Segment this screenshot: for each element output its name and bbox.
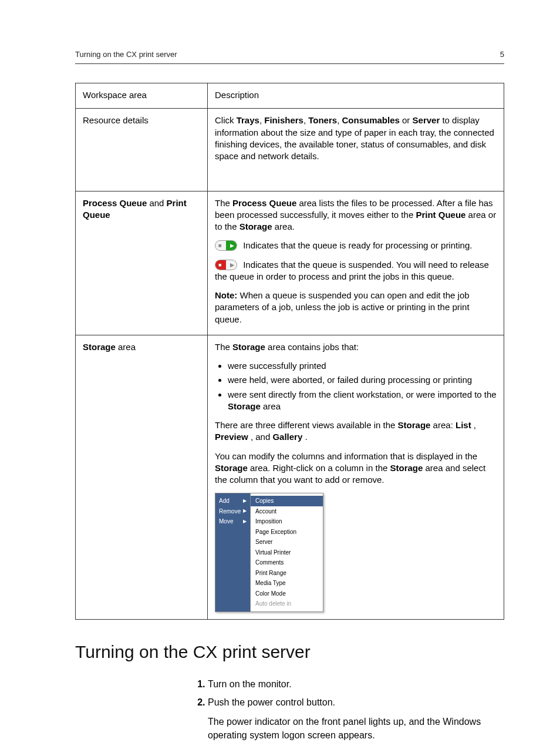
bold: Gallery [272,432,302,442]
bold: Toners [308,115,337,125]
bold: List [456,420,471,430]
text: Indicates that the queue is ready for pr… [243,240,472,250]
text: Click [215,115,237,125]
bold: Storage [398,420,431,430]
text: , [303,115,308,125]
col-header-area: Workspace area [76,83,208,109]
submenu-item-auto-delete-in[interactable]: Auto delete in [251,599,323,609]
bold: Preview [215,432,248,442]
storage-list: were successfully printed were held, wer… [215,360,497,412]
step-1: Turn on the monitor. [208,677,504,691]
table-row-queues: Process Queue and Print Queue The Proces… [76,191,504,335]
row-label: Storage area [76,335,208,619]
context-menu: Add▶ Remove▶ Move▶ Copies Account Imposi… [215,493,323,612]
row-desc: The Storage area contains jobs that: wer… [208,335,504,619]
row-desc: Click Trays, Finishers, Toners, Consumab… [208,109,504,191]
submenu-item-copies[interactable]: Copies [251,496,323,506]
list-item: were sent directly from the client works… [228,389,497,413]
bold: Note: [215,290,237,300]
list-item: were successfully printed [228,360,497,372]
step-2-result: The power indicator on the front panel l… [208,715,504,742]
text: area. [275,221,295,231]
text: area contains jobs that: [268,342,359,352]
text: , [337,115,342,125]
text: Indicates that the queue is suspended. Y… [215,260,489,281]
running-header: Turning on the CX print server 5 [75,50,504,64]
queue-suspended-icon: ■▶ [215,260,237,270]
text: area [263,401,281,411]
text: were sent directly from the client works… [228,389,497,399]
text: area: [433,420,456,430]
row-label: Process Queue and Print Queue [76,191,208,335]
chevron-right-icon: ▶ [243,508,247,515]
workspace-table: Workspace area Description Resource deta… [75,83,504,620]
list-item: were held, were aborted, or failed durin… [228,374,497,386]
col-header-desc: Description [208,83,504,109]
chevron-right-icon: ▶ [243,519,247,525]
text: Push the power control button. [208,697,335,707]
steps-list: Turn on the monitor. Push the power cont… [193,677,504,742]
submenu-item-color-mode[interactable]: Color Mode [251,589,323,599]
text: You can modify the columns and informati… [215,451,477,461]
bold: Trays [237,115,259,125]
submenu-item-page-exception[interactable]: Page Exception [251,527,323,537]
text: , [259,115,264,125]
submenu-item-imposition[interactable]: Imposition [251,516,323,527]
step-2: Push the power control button. The power… [208,695,504,742]
text: There are three different views availabl… [215,420,398,430]
bold: Storage [232,342,265,352]
text: When a queue is suspended you can open a… [215,290,470,324]
context-menu-primary: Add▶ Remove▶ Move▶ [215,493,251,611]
bold: Server [413,115,440,125]
queue-ready-icon: ■▶ [215,240,237,251]
text: , [474,420,476,430]
submenu-item-media-type[interactable]: Media Type [251,578,323,589]
bold: Storage [239,221,272,231]
text: The [215,198,232,208]
text: area. Right-click on a column in the [250,463,390,473]
bold: Process Queue [83,198,147,208]
submenu-item-virtual-printer[interactable]: Virtual Printer [251,547,323,558]
section-body: Turn on the monitor. Push the power cont… [193,677,504,746]
running-title: Turning on the CX print server [75,50,177,59]
submenu-item-account[interactable]: Account [251,506,323,517]
text: , and [251,432,273,442]
bold: Storage [215,463,248,473]
bold: Process Queue [232,198,296,208]
row-label: Resource details [76,109,208,191]
submenu-item-server[interactable]: Server [251,537,323,547]
menu-item-remove[interactable]: Remove▶ [215,506,250,517]
bold: Consumables [342,115,400,125]
submenu-item-print-range[interactable]: Print Range [251,568,323,579]
bold: Storage [83,342,116,352]
bold: Finishers [264,115,303,125]
text: . [305,432,307,442]
page: Turning on the CX print server 5 Workspa… [0,0,560,746]
row-desc: The Process Queue area lists the files t… [208,191,504,335]
text: area [116,342,136,352]
text: or [400,115,413,125]
bold: Storage [390,463,423,473]
text: and [147,198,166,208]
text: The [215,342,232,352]
table-row-resource-details: Resource details Click Trays, Finishers,… [76,109,504,191]
menu-item-move[interactable]: Move▶ [215,516,250,527]
bold: Storage [228,401,261,411]
section-heading: Turning on the CX print server [75,642,504,662]
submenu-item-comments[interactable]: Comments [251,557,323,568]
page-number: 5 [500,50,504,59]
chevron-right-icon: ▶ [243,498,247,505]
context-menu-submenu: Copies Account Imposition Page Exception… [251,493,323,611]
bold: Print Queue [416,210,465,220]
menu-item-add[interactable]: Add▶ [215,496,250,506]
table-row-storage: Storage area The Storage area contains j… [76,335,504,619]
table-head-row: Workspace area Description [76,83,504,109]
